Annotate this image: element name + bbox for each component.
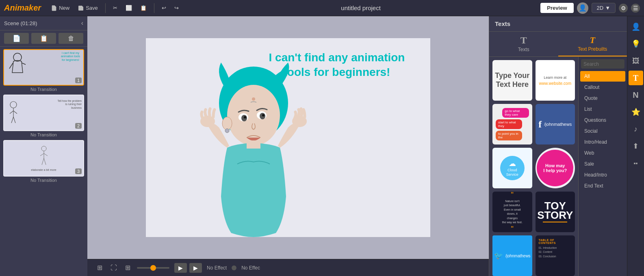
tab-text-prebuilts[interactable]: T Text Prebuilts [558, 32, 627, 56]
svg-point-23 [252, 97, 255, 101]
cat-item-sale[interactable]: Sale [580, 159, 625, 169]
timeline-slider[interactable] [137, 267, 169, 269]
card-nature-quote[interactable]: " Nature isn'tjust beautiful.Even in sma… [492, 192, 532, 232]
canvas-container[interactable]: I can't find any animation tools for beg… [87, 16, 489, 259]
sidebar-left: Scene (01:28) ‹ 📄 📋 🗑 [0, 16, 87, 276]
svg-point-1 [10, 101, 17, 108]
prebuilts-grid: Type Your Text Here Learn more at www.we… [489, 57, 578, 276]
panel-content: Type Your Text Here Learn more at www.we… [489, 57, 627, 276]
svg-line-6 [13, 117, 15, 123]
effect-dot-1 [232, 265, 236, 270]
brand-logo: Animaker [4, 3, 41, 13]
scene-thumb-1[interactable]: I can't find my animation tools for begi… [3, 49, 84, 86]
sidebar-title: Scene (01:28) [4, 20, 37, 26]
paste-button[interactable]: 📋 [138, 4, 149, 12]
account-icon[interactable]: ☰ [631, 4, 640, 13]
cat-item-head-intro[interactable]: Head/Intro [580, 170, 625, 180]
expand-button[interactable]: ⛶ [109, 263, 119, 273]
scene3-transition[interactable]: No Transition [3, 177, 84, 184]
card-chat-bubbles[interactable]: go to what they care start to what they … [492, 104, 532, 144]
card-cloud-service[interactable]: ☁ CloudService [492, 148, 532, 188]
play-buttons: ▶ ▶ [174, 263, 202, 273]
cat-item-intro-head[interactable]: Intro/Head [580, 137, 625, 147]
cat-item-all[interactable]: All [580, 71, 625, 82]
scene1-transition[interactable]: No Transition [3, 86, 84, 93]
svg-line-4 [13, 111, 17, 114]
card-toy-story[interactable]: TOYSTORY [536, 192, 575, 232]
cat-item-social[interactable]: Social [580, 126, 625, 136]
fit-screen-button[interactable]: ⊞ [95, 262, 104, 273]
scene2-character [7, 101, 21, 125]
card-how-may[interactable]: How mayI help you? [536, 148, 575, 188]
canvas-area: I can't find any animation tools for beg… [87, 16, 489, 276]
copy-button[interactable]: ⬜ [123, 4, 134, 12]
new-button[interactable]: New [48, 4, 72, 12]
effect-label-2: No Effec [241, 265, 260, 271]
image-panel-icon[interactable]: 🖼 [629, 54, 643, 68]
card-social-fb[interactable]: f /johnmathews [536, 104, 575, 144]
category-search[interactable]: 🔍 [581, 59, 624, 69]
settings-icon[interactable]: ⚙ [619, 4, 628, 13]
heading-panel-icon[interactable]: N [629, 88, 643, 102]
play-button[interactable]: ▶ [174, 263, 187, 273]
sidebar-collapse-icon[interactable]: ‹ [81, 19, 83, 27]
duplicate-scene-button[interactable]: 📋 [31, 33, 56, 44]
effect-label-1: No Effect [207, 265, 227, 271]
scene-thumb-2[interactable]: Tell how the problem is ruining their bu… [3, 95, 84, 131]
toolbar-right: Preview 👤 2D ▼ ⚙ ☰ [540, 2, 640, 14]
sidebar-header: Scene (01:28) ‹ [0, 16, 87, 30]
svg-point-19 [244, 116, 246, 119]
scene2-transition[interactable]: No Transition [3, 131, 84, 138]
save-button[interactable]: Save [75, 4, 100, 12]
panel-header: Texts [489, 16, 627, 32]
background-panel-icon[interactable]: ▪▪ [629, 156, 643, 170]
mode-dropdown[interactable]: 2D ▼ [592, 3, 616, 13]
card-learn-more[interactable]: Learn more at www.website.com [536, 60, 575, 101]
add-scene-button[interactable]: 📄 [4, 33, 29, 44]
search-input[interactable] [583, 61, 627, 67]
scene-thumb-3[interactable]: elaborate a bit more 3 [3, 140, 84, 177]
preview-button[interactable]: Preview [540, 3, 573, 13]
play-all-button[interactable]: ▶ [189, 263, 202, 273]
star-panel-icon[interactable]: ⭐ [629, 105, 643, 119]
lightbulb-panel-icon[interactable]: 💡 [629, 37, 643, 51]
how-may-text: How mayI help you? [537, 150, 573, 186]
panel-right: Texts T Texts T Text Prebuilts Type Your… [489, 16, 627, 276]
undo-button[interactable]: ↩ [159, 4, 169, 12]
texts-tab-icon: T [520, 35, 527, 46]
svg-point-22 [225, 129, 229, 133]
scenes-list: I can't find my animation tools for begi… [0, 47, 87, 276]
character-panel-icon[interactable]: 👤 [629, 19, 643, 34]
scene-actions: 📄 📋 🗑 [0, 30, 87, 47]
cat-item-end-text[interactable]: End Text [580, 181, 625, 191]
card-toc[interactable]: TABLE OF CONTENTS 01. Introduction02. Co… [536, 235, 575, 276]
upload-panel-icon[interactable]: ⬆ [629, 139, 643, 153]
scene-number-3: 3 [75, 168, 82, 174]
svg-line-10 [44, 153, 48, 156]
svg-line-5 [11, 117, 13, 123]
card-type-text[interactable]: Type Your Text Here [492, 60, 532, 101]
tab-texts[interactable]: T Texts [489, 32, 558, 56]
cut-button[interactable]: ✂ [111, 4, 120, 12]
text-panel-icon[interactable]: T [629, 71, 643, 85]
scene3-character [38, 145, 50, 168]
delete-scene-button[interactable]: 🗑 [59, 33, 83, 44]
nature-text: Nature isn'tjust beautiful.Even in small… [502, 199, 523, 225]
svg-line-3 [10, 111, 13, 114]
card-twitter[interactable]: 🐦 /johnmathews [492, 235, 532, 276]
main-toolbar: Animaker New Save ✂ ⬜ 📋 ↩ ↪ untitled pro… [0, 0, 644, 16]
redo-button[interactable]: ↪ [172, 4, 181, 12]
cloud-icon: ☁ CloudService [500, 156, 525, 180]
toy-story-underline [543, 222, 567, 222]
cat-item-web[interactable]: Web [580, 148, 625, 158]
cat-item-callout[interactable]: Callout [580, 82, 625, 93]
scene-number-2: 2 [75, 123, 82, 129]
cat-item-quote[interactable]: Quote [580, 93, 625, 104]
music-panel-icon[interactable]: ♪ [629, 122, 643, 136]
scene-item-3: elaborate a bit more 3 No Transition [3, 140, 84, 184]
canvas-frame[interactable]: I can't find any animation tools for beg… [146, 38, 430, 237]
grid-button[interactable]: ⊞ [124, 262, 132, 273]
cat-item-questions[interactable]: Questions [580, 115, 625, 125]
main-content: Scene (01:28) ‹ 📄 📋 🗑 [0, 16, 644, 276]
cat-item-list[interactable]: List [580, 104, 625, 114]
